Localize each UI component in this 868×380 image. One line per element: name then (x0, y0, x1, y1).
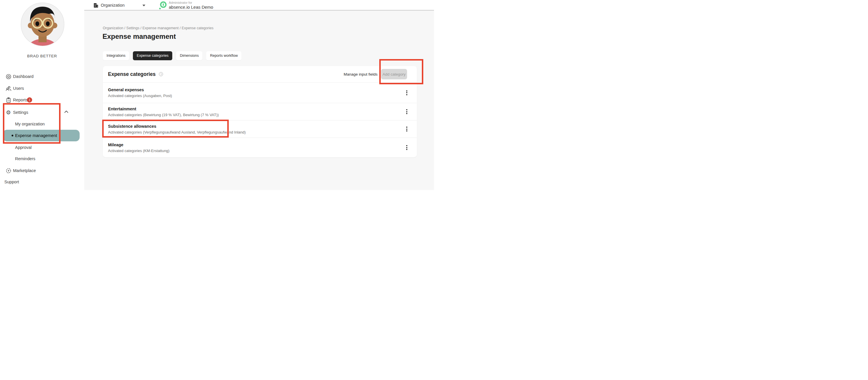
card-title: Expense categories (108, 71, 155, 77)
sidebar: BRAD BETTER Dashboard Users (0, 0, 84, 190)
kebab-menu-icon[interactable] (404, 125, 410, 133)
caret-down-icon[interactable] (143, 5, 145, 6)
building-icon (93, 3, 98, 8)
bullet-dot-icon (11, 135, 13, 137)
marketplace-icon (5, 167, 11, 174)
sidebar-item-users[interactable]: Users (0, 84, 84, 93)
sidebar-item-support[interactable]: Support (0, 178, 84, 186)
avatar[interactable] (21, 2, 65, 46)
sidebar-item-settings[interactable]: ⚙ Settings (0, 108, 84, 117)
breadcrumb[interactable]: Organization / Settings / Expense manage… (103, 26, 213, 30)
clipboard-icon (5, 97, 11, 103)
page-title: Expense management (102, 32, 176, 40)
tab-dimensions[interactable]: Dimensions (176, 51, 203, 60)
kebab-menu-icon[interactable] (404, 144, 410, 151)
tab-integrations[interactable]: Integrations (103, 51, 129, 60)
tab-expense-categories[interactable]: Expense categories (133, 51, 172, 60)
sidebar-item-my-organization[interactable]: My organization (0, 120, 84, 128)
help-icon[interactable]: ? (159, 72, 163, 76)
app-root: Organization Administrator for absence.i… (0, 0, 434, 190)
expense-categories-card: Expense categories ? Manage input fields… (103, 66, 417, 157)
users-icon (5, 85, 11, 91)
kebab-menu-icon[interactable] (404, 108, 410, 116)
category-row-mileage[interactable]: Mileage Activated categories (KM-Erstatt… (103, 138, 417, 157)
card-header: Expense categories ? Manage input fields… (103, 66, 417, 82)
sidebar-item-reminders[interactable]: Reminders (0, 154, 84, 163)
admin-org-switcher[interactable]: Administrator for absence.io Leas Demo (159, 1, 213, 10)
eye-icon (5, 73, 11, 80)
chevron-up-icon (64, 110, 68, 113)
reports-count-badge: 1 (27, 97, 32, 103)
tab-bar: Integrations Expense categories Dimensio… (103, 51, 242, 60)
absence-logo-icon (159, 1, 167, 10)
category-row-general-expenses[interactable]: General expenses Activated categories (A… (103, 82, 417, 103)
sidebar-item-marketplace[interactable]: Marketplace (0, 166, 84, 175)
sidebar-item-dashboard[interactable]: Dashboard (0, 72, 84, 81)
add-category-button[interactable]: Add category (381, 69, 407, 79)
gear-icon: ⚙ (5, 109, 11, 116)
sidebar-item-reports[interactable]: Reports 1 (0, 95, 84, 104)
administrator-for-label: Administrator for (169, 1, 213, 5)
user-name: BRAD BETTER (0, 54, 84, 58)
category-row-entertainment[interactable]: Entertainment Activated categories (Bewi… (103, 103, 417, 120)
sidebar-item-approval[interactable]: Approval (0, 143, 84, 152)
category-row-subsistence-allowances[interactable]: Subsistence allowances Activated categor… (103, 120, 417, 138)
tab-reports-workflow[interactable]: Reports workflow (206, 51, 242, 60)
kebab-menu-icon[interactable] (404, 89, 410, 96)
manage-input-fields-link[interactable]: Manage input fields (344, 72, 377, 77)
organization-selector-label: Organization (101, 3, 124, 7)
sidebar-item-expense-management[interactable]: Expense management (0, 131, 84, 140)
current-organization-name: absence.io Leas Demo (169, 5, 213, 9)
